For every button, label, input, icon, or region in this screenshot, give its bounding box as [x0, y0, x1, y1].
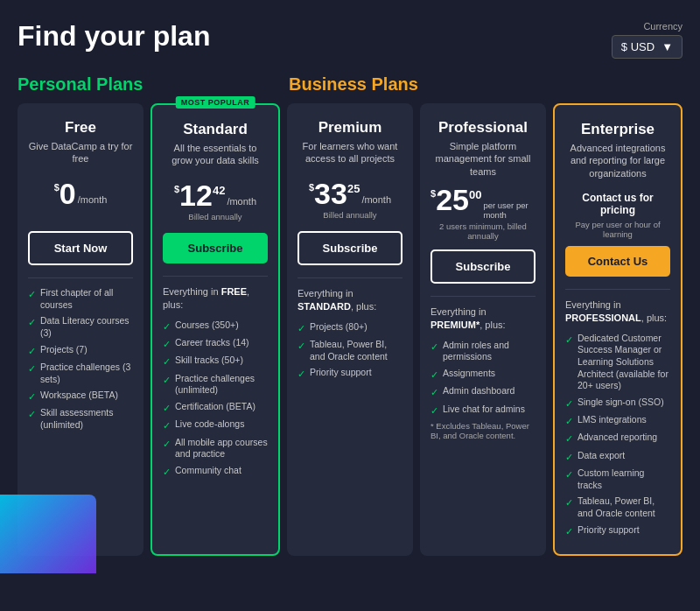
subscribe-standard-button[interactable]: Subscribe [163, 233, 268, 263]
bottom-gradient-decoration [0, 495, 96, 573]
price-cents-standard: 42 [213, 184, 225, 197]
feature-item: ✓Projects (7) [28, 344, 133, 357]
most-popular-badge: MOST POPULAR [176, 96, 256, 109]
contact-us-button[interactable]: Contact Us [565, 246, 670, 277]
plan-name-premium: Premium [298, 119, 402, 137]
price-period-premium: /month [361, 194, 391, 205]
feature-note: * Excludes Tableau, Power BI, and Oracle… [430, 421, 536, 440]
business-plans-label: Business Plans [289, 74, 682, 95]
start-now-button[interactable]: Start Now [28, 231, 133, 265]
check-icon: ✓ [565, 432, 573, 445]
feature-item: ✓Dedicated Customer Success Manager or L… [565, 333, 670, 392]
plans-grid: Free Give DataCamp a try for free $ 0 /m… [18, 103, 682, 556]
plan-description-enterprise: Advanced integrations and reporting for … [565, 142, 670, 179]
chevron-down-icon: ▼ [662, 40, 673, 53]
price-main-standard: 12 [179, 180, 213, 210]
personal-plans-label: Personal Plans [18, 74, 289, 95]
feature-item: ✓Tableau, Power BI, and Oracle content [565, 495, 670, 519]
price-note-premium: Billed annually [298, 210, 402, 222]
price-period-standard: /month [227, 196, 256, 207]
check-icon: ✓ [163, 355, 171, 368]
feature-item: ✓Community chat [163, 465, 268, 478]
price-row-professional: $ 25 00 per user per month [430, 185, 536, 220]
check-icon: ✓ [163, 402, 171, 414]
currency-select[interactable]: $ USD ▼ [612, 35, 682, 59]
check-icon: ✓ [430, 341, 438, 353]
subscribe-professional-button[interactable]: Subscribe [430, 249, 536, 284]
feature-item: ✓Live chat for admins [430, 404, 536, 417]
feature-item: ✓All mobile app courses and practice [163, 437, 268, 460]
feature-item: ✓First chapter of all courses [28, 287, 133, 311]
feature-item: ✓Admin roles and permissions [430, 340, 536, 363]
check-icon: ✓ [298, 322, 305, 334]
feature-item: ✓Advanced reporting [565, 432, 670, 445]
currency-widget: Currency $ USD ▼ [612, 21, 682, 59]
check-icon: ✓ [163, 419, 171, 432]
free-features: ✓First chapter of all courses✓Data Liter… [28, 287, 133, 436]
feature-item: ✓Priority support [298, 367, 402, 380]
price-period-free: /month [78, 194, 108, 205]
contact-pricing: Contact us for pricing [565, 192, 670, 216]
premium-features: ✓Projects (80+)✓Tableau, Power BI, and O… [298, 321, 402, 385]
plan-name-professional: Professional [430, 119, 536, 137]
feature-item: ✓Projects (80+) [298, 321, 402, 334]
feature-item: ✓Practice challenges (3 sets) [28, 362, 133, 385]
check-icon: ✓ [565, 334, 573, 346]
feature-item: ✓Custom learning tracks [565, 467, 670, 491]
check-icon: ✓ [565, 415, 573, 427]
plan-card-standard: MOST POPULAR Standard All the essentials… [150, 103, 280, 556]
plan-name-standard: Standard [163, 121, 268, 138]
plan-description-professional: Simple platform management for small tea… [430, 140, 536, 178]
pay-per-note: Pay per user or hour of learning [565, 220, 670, 239]
feature-item: ✓Assignments [430, 368, 536, 381]
plan-description-standard: All the essentials to grow your data ski… [163, 142, 268, 173]
feature-item: ✓Data export [565, 450, 670, 463]
enterprise-features-header: Everything in PROFESSIONAL, plus: [565, 298, 670, 326]
currency-value: $ USD [621, 40, 654, 53]
subscribe-premium-button[interactable]: Subscribe [298, 231, 402, 265]
plan-name-enterprise: Enterprise [565, 121, 670, 138]
feature-item: ✓Practice challenges (unlimited) [163, 373, 268, 397]
plan-card-free: Free Give DataCamp a try for free $ 0 /m… [18, 103, 144, 556]
price-cents-professional: 00 [469, 188, 481, 201]
plan-name-free: Free [28, 119, 133, 137]
check-icon: ✓ [430, 369, 438, 381]
professional-features: ✓Admin roles and permissions✓Assignments… [430, 340, 536, 440]
check-icon: ✓ [163, 320, 171, 333]
header-row: Find your plan Currency $ USD ▼ [18, 21, 682, 59]
check-icon: ✓ [565, 397, 573, 410]
price-period-professional: per user per month [483, 200, 536, 220]
price-cents-premium: 25 [347, 182, 360, 195]
price-note-professional: 2 users minimum, billed annually [430, 221, 536, 241]
standard-features: ✓Courses (350+)✓Career tracks (14)✓Skill… [163, 320, 268, 482]
currency-label: Currency [643, 21, 682, 32]
check-icon: ✓ [28, 316, 36, 328]
feature-item: ✓Certification (BETA) [163, 401, 268, 414]
section-labels: Personal Plans Business Plans [18, 74, 682, 95]
plan-card-premium: Premium For learners who want access to … [287, 103, 413, 556]
check-icon: ✓ [565, 451, 573, 463]
price-row-premium: $ 33 25 /month [298, 179, 402, 208]
feature-item: ✓Skill assessments (unlimited) [28, 407, 133, 431]
check-icon: ✓ [163, 374, 171, 386]
feature-item: ✓Single sign-on (SSO) [565, 397, 670, 410]
feature-item: ✓Tableau, Power BI, and Oracle content [298, 339, 402, 362]
feature-item: ✓Admin dashboard [430, 385, 536, 398]
feature-item: ✓Workspace (BETA) [28, 390, 133, 403]
plan-card-professional: Professional Simple platform management … [420, 103, 546, 556]
plan-description-premium: For learners who want access to all proj… [298, 140, 402, 172]
check-icon: ✓ [28, 362, 36, 375]
check-icon: ✓ [28, 345, 36, 357]
check-icon: ✓ [163, 338, 171, 350]
check-icon: ✓ [163, 466, 171, 478]
price-note-free [28, 210, 133, 222]
page-title: Find your plan [18, 21, 210, 52]
feature-item: ✓Career tracks (14) [163, 337, 268, 350]
page-container: Find your plan Currency $ USD ▼ Personal… [0, 0, 700, 573]
check-icon: ✓ [565, 468, 573, 481]
professional-features-header: Everything in PREMIUM*, plus: [430, 306, 536, 333]
standard-features-header: Everything in FREE, plus: [163, 285, 268, 313]
check-icon: ✓ [430, 386, 438, 398]
check-icon: ✓ [298, 340, 305, 352]
plan-description-free: Give DataCamp a try for free [28, 140, 133, 172]
